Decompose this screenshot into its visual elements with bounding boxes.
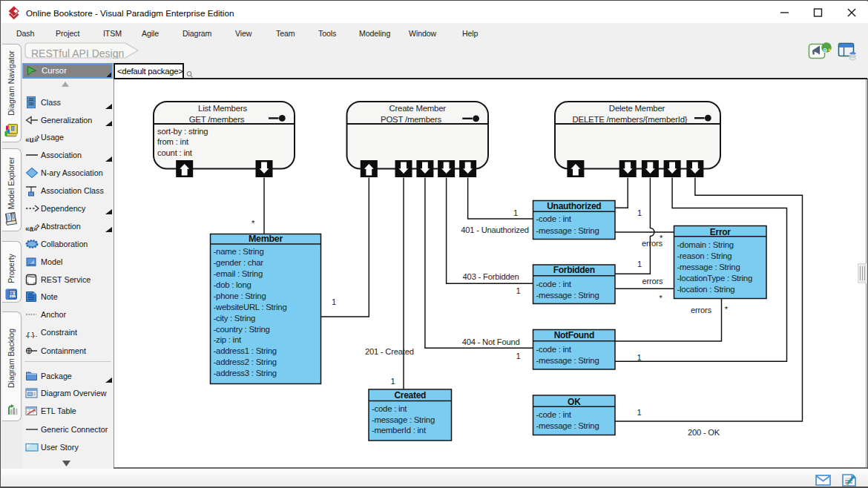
svg-text:-gender : char: -gender : char xyxy=(214,258,264,267)
svg-text:-code : int: -code : int xyxy=(536,345,572,354)
svg-text:DELETE /members/{memberId}: DELETE /members/{memberId} xyxy=(573,115,688,124)
svg-text:404 - Not Found: 404 - Not Found xyxy=(462,337,520,346)
svg-text:errors: errors xyxy=(642,277,663,286)
svg-text:-address1 : String: -address1 : String xyxy=(214,346,277,355)
svg-text:OK: OK xyxy=(568,397,581,407)
svg-text:errors: errors xyxy=(691,306,712,314)
svg-text:NotFound: NotFound xyxy=(554,330,594,340)
svg-text:401 - Unauthorized: 401 - Unauthorized xyxy=(461,225,529,234)
svg-text:*: * xyxy=(251,219,255,228)
svg-text:+: + xyxy=(828,46,832,54)
svg-text:-phone : String: -phone : String xyxy=(214,291,266,300)
svg-text:-code : int: -code : int xyxy=(536,280,572,288)
svg-text:GET /members: GET /members xyxy=(189,115,245,124)
svg-text:-city : String: -city : String xyxy=(214,314,256,323)
svg-text:-message : String: -message : String xyxy=(536,421,599,430)
svg-text:-code : int: -code : int xyxy=(536,410,572,419)
svg-text:1: 1 xyxy=(637,260,642,268)
svg-text:{ }: { } xyxy=(27,331,35,338)
svg-text:*: * xyxy=(660,294,663,303)
svg-text:-dob : long: -dob : long xyxy=(214,280,251,289)
svg-text:-location : String: -location : String xyxy=(677,285,735,294)
svg-text:201 - Created: 201 - Created xyxy=(365,347,414,356)
svg-text:Forbidden: Forbidden xyxy=(553,265,595,275)
svg-text:-message : String: -message : String xyxy=(372,415,435,424)
svg-text:-reason : String: -reason : String xyxy=(677,251,732,260)
svg-text:List Members: List Members xyxy=(198,104,247,113)
svg-text:1: 1 xyxy=(637,353,641,362)
svg-text:POST /members: POST /members xyxy=(381,115,442,124)
svg-text:-name : String: -name : String xyxy=(214,247,264,256)
svg-text:Delete Member: Delete Member xyxy=(609,104,665,113)
svg-text:-address2 : String: -address2 : String xyxy=(214,357,277,366)
svg-text:-zip : int: -zip : int xyxy=(214,335,242,344)
svg-text:9: 9 xyxy=(823,46,827,54)
svg-text:-message : String: -message : String xyxy=(536,356,599,365)
svg-text:Member: Member xyxy=(249,234,283,244)
svg-text:-code : int: -code : int xyxy=(372,404,407,413)
svg-text:-message : String: -message : String xyxy=(536,226,599,235)
svg-text:sort-by : string: sort-by : string xyxy=(157,127,208,136)
svg-text:1: 1 xyxy=(390,377,395,386)
svg-text:1: 1 xyxy=(332,297,336,306)
svg-text:1: 1 xyxy=(513,208,518,217)
svg-text:count : int: count : int xyxy=(157,148,193,157)
svg-text:Create Member: Create Member xyxy=(389,104,446,113)
svg-text:-code : int: -code : int xyxy=(536,214,572,223)
svg-text:200 - OK: 200 - OK xyxy=(688,428,720,437)
svg-text:-memberId : int: -memberId : int xyxy=(372,426,427,435)
svg-text:-locationType : String: -locationType : String xyxy=(677,274,753,283)
svg-text:-email : String: -email : String xyxy=(214,269,263,278)
svg-text:-websiteURL : String: -websiteURL : String xyxy=(214,303,287,311)
svg-text:-address3 : String: -address3 : String xyxy=(214,369,277,377)
svg-text:*: * xyxy=(725,305,729,314)
svg-text:-domain : String: -domain : String xyxy=(677,240,734,249)
svg-text:from : int: from : int xyxy=(157,137,189,146)
svg-text:RESTful API Design: RESTful API Design xyxy=(31,47,124,59)
svg-text:1: 1 xyxy=(637,208,642,217)
svg-text:Unauthorized: Unauthorized xyxy=(547,201,601,211)
svg-text:*: * xyxy=(660,234,663,243)
svg-text:-country : String: -country : String xyxy=(214,325,270,334)
svg-text:403 - Forbidden: 403 - Forbidden xyxy=(463,272,519,281)
svg-text:-message : String: -message : String xyxy=(677,263,740,271)
svg-text:1: 1 xyxy=(516,286,521,295)
svg-text:1: 1 xyxy=(637,408,641,417)
svg-text:-message : String: -message : String xyxy=(536,291,599,300)
svg-text:1: 1 xyxy=(516,352,521,360)
svg-text:Created: Created xyxy=(395,390,427,400)
svg-text:Error: Error xyxy=(710,227,731,237)
